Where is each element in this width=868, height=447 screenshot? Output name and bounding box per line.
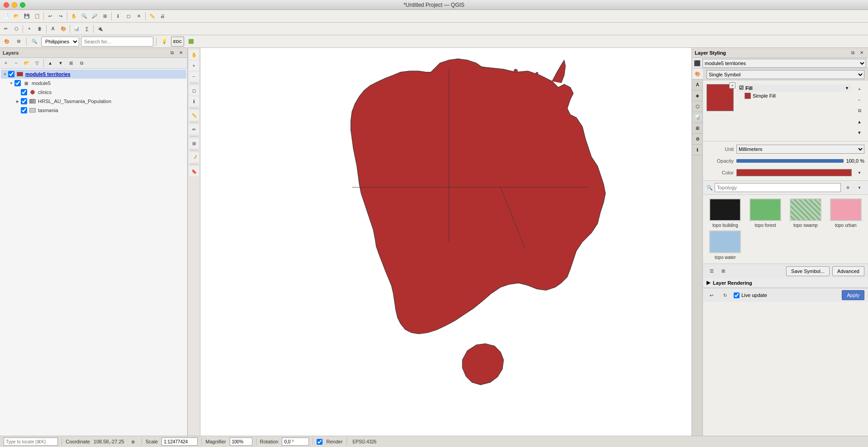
deselect-button[interactable]: ✕	[134, 11, 144, 21]
save-project-button[interactable]: 💾	[22, 11, 32, 21]
sst-3d-button[interactable]: ⬡	[692, 101, 703, 112]
annotations-button[interactable]: 📝	[189, 152, 199, 162]
topo-item-water[interactable]: topo water	[707, 231, 744, 260]
attribute-table-button[interactable]: 📊	[71, 24, 81, 34]
layer-checkbox-hrsl[interactable]	[21, 98, 27, 104]
layers-float-button[interactable]: ⧉	[168, 49, 175, 56]
styling-layer-dropdown[interactable]: module5 territories	[702, 59, 866, 68]
sst-rendering-button[interactable]: ⚙	[692, 134, 703, 145]
close-button[interactable]	[4, 2, 9, 8]
topo-item-urban[interactable]: topo urban	[827, 198, 864, 228]
render-checkbox[interactable]	[317, 439, 323, 445]
field-calc-button[interactable]: ∑	[82, 24, 92, 34]
sst-paint-button[interactable]: 🎨	[692, 69, 703, 80]
symbol-view-grid-button[interactable]: ⊞	[718, 266, 728, 276]
layer-item-tasmania[interactable]: tasmania	[14, 106, 186, 115]
type-to-locate-input[interactable]	[4, 438, 58, 446]
magnifier-button[interactable]: 🔍	[29, 37, 39, 47]
symbol-tree-simple-fill[interactable]: Simple Fill	[737, 92, 851, 100]
topo-item-forest[interactable]: topo forest	[747, 198, 784, 228]
add-feature-button[interactable]: +	[24, 24, 34, 34]
zoom-out-vt-button[interactable]: −	[189, 71, 199, 81]
topo-item-swamp[interactable]: topo swamp	[787, 198, 825, 228]
move-up-button[interactable]: ▲	[45, 58, 55, 68]
add-layer-button[interactable]: +	[1, 58, 11, 68]
sst-fields-button[interactable]: ⊞	[692, 123, 703, 134]
pan-map-button[interactable]: ✋	[189, 50, 199, 60]
symbol-type-select[interactable]: Single Symbol	[707, 70, 864, 79]
layer-item-hrsl[interactable]: ▶ HRSL_AU_Tasmania_Population	[14, 97, 186, 106]
identify-features-button[interactable]: ℹ	[189, 96, 199, 106]
live-update-checkbox[interactable]	[734, 292, 740, 298]
select-button[interactable]: ◻	[123, 11, 133, 21]
layer-filter-button[interactable]: ⚙	[14, 37, 24, 47]
select-features-button[interactable]: ◻	[189, 85, 199, 95]
edc-button[interactable]: EDC	[171, 37, 184, 47]
edit-button[interactable]: ✏	[1, 24, 11, 34]
pan-button[interactable]: ✋	[69, 11, 79, 21]
color-switch-button[interactable]: 🟩	[186, 37, 196, 47]
sst-diagram-button[interactable]: 📊	[692, 112, 703, 123]
sst-mask-button[interactable]: ◈	[692, 90, 703, 101]
coordinate-crs-button[interactable]: ⊕	[128, 437, 138, 447]
topology-options-button[interactable]: ⚙	[843, 183, 853, 193]
symbol-up-icon-button[interactable]: ▲	[854, 117, 864, 127]
symbol-down-icon-button[interactable]: ▼	[854, 127, 864, 137]
topo-item-building[interactable]: topo building	[707, 198, 744, 228]
rotation-input[interactable]	[282, 438, 309, 446]
duplicate-layer-button[interactable]: ⧉	[76, 58, 86, 68]
sst-metadata-button[interactable]: ℹ	[692, 145, 703, 155]
minimize-button[interactable]	[12, 2, 17, 8]
epsg-button[interactable]: EPSG:4326	[351, 437, 379, 447]
remove-layer-button[interactable]: −	[11, 58, 21, 68]
zoom-in-vt-button[interactable]: +	[189, 61, 199, 71]
zoom-full-button[interactable]: ⊞	[100, 11, 110, 21]
render-refresh-button[interactable]: ↻	[720, 290, 730, 300]
layer-style-button[interactable]: 🎨	[2, 37, 12, 47]
label-button[interactable]: A	[48, 24, 58, 34]
symbol-remove-icon-button[interactable]: −	[854, 95, 864, 105]
layer-checkbox-module5[interactable]	[14, 80, 21, 86]
spatial-bookmarks-button[interactable]: 🔖	[189, 166, 199, 176]
styling-close-button[interactable]: ✕	[858, 49, 865, 56]
node-tool-button[interactable]: ⬡	[11, 24, 21, 34]
layer-item-module5[interactable]: ▼ ⊞ module5	[7, 79, 186, 88]
color-arrow-button[interactable]: ▼	[854, 168, 864, 178]
layer-checkbox-module5-territories[interactable]	[8, 71, 14, 77]
magnifier-input[interactable]	[230, 438, 252, 446]
delete-feature-button[interactable]: 🗑	[35, 24, 45, 34]
group-layers-button[interactable]: ⊞	[66, 58, 76, 68]
open-project-button[interactable]: 📂	[11, 11, 21, 21]
location-select[interactable]: Philippines World Custom	[41, 37, 79, 47]
layer-item-module5-territories[interactable]: ▼ module5 territories	[1, 70, 186, 79]
symbol-tree-fill[interactable]: ☑ Fill ▼	[737, 84, 851, 92]
unit-select[interactable]: Millimeters	[736, 145, 864, 154]
print-button[interactable]: 🖨	[157, 11, 167, 21]
advanced-button[interactable]: Advanced	[832, 266, 864, 276]
new-project-button[interactable]: 📄	[1, 11, 11, 21]
move-down-button[interactable]: ▼	[56, 58, 66, 68]
map-area[interactable]	[200, 48, 692, 436]
symbol-add-button[interactable]: +	[729, 82, 735, 89]
measure-button[interactable]: 📏	[147, 11, 157, 21]
layer-rendering-row[interactable]: ▶ Layer Rendering	[703, 278, 868, 288]
open-layer-button[interactable]: 📂	[22, 58, 32, 68]
topology-search-input[interactable]	[715, 183, 841, 192]
plugin-button[interactable]: 🔌	[95, 24, 105, 34]
maximize-button[interactable]	[20, 2, 25, 8]
apply-button[interactable]: Apply	[842, 290, 864, 300]
sst-label-button[interactable]: A	[692, 80, 703, 90]
identify-button[interactable]: ℹ	[113, 11, 123, 21]
save-as-button[interactable]: 📋	[32, 11, 42, 21]
symbol-add-icon-button[interactable]: +	[854, 84, 864, 94]
map-tips-button[interactable]: 💡	[159, 37, 169, 47]
symbol-duplicate-icon-button[interactable]: ⧉	[854, 106, 864, 116]
scale-input[interactable]	[161, 438, 198, 446]
revert-button[interactable]: ↩	[707, 290, 716, 300]
zoom-out-button[interactable]: 🔎	[90, 11, 100, 21]
zoom-in-button[interactable]: 🔍	[79, 11, 89, 21]
layers-vt-button[interactable]: ⊞	[189, 138, 199, 148]
layer-checkbox-clinics[interactable]	[21, 89, 27, 95]
save-symbol-button[interactable]: Save Symbol...	[786, 266, 830, 276]
layers-close-button[interactable]: ✕	[177, 49, 185, 56]
